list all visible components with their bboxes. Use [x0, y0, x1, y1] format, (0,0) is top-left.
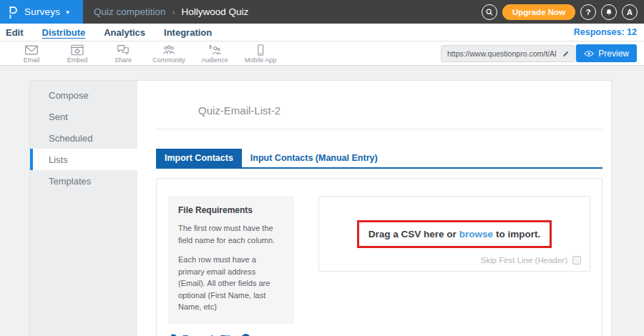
- sidebar-item-scheduled[interactable]: Scheduled: [30, 127, 137, 149]
- toolbar-item-mobile-app[interactable]: Mobile App: [238, 43, 283, 64]
- section-nav: Edit Distribute Analytics Integration Re…: [0, 24, 644, 41]
- community-icon: [162, 44, 176, 56]
- file-requirements-paragraph: Each row must have a primary email addre…: [178, 254, 284, 313]
- dropzone-text-after: to import.: [496, 229, 540, 239]
- toolbar-item-email[interactable]: Email: [9, 43, 54, 64]
- notifications-button[interactable]: [601, 4, 617, 20]
- app-header: Surveys ▾ Quiz competition › Hollywood Q…: [0, 0, 644, 24]
- toolbar-item-audience[interactable]: $ Audience: [192, 43, 238, 64]
- edit-url-button[interactable]: [557, 46, 575, 61]
- sidebar-item-lists[interactable]: Lists: [30, 149, 137, 170]
- toolbar-item-share[interactable]: Share: [100, 43, 146, 64]
- example-file-row: Example File ?: [168, 334, 294, 336]
- skip-first-line-checkbox[interactable]: [572, 256, 581, 265]
- responses-count[interactable]: Responses: 12: [574, 27, 637, 37]
- questionpro-logo-icon: [8, 5, 19, 19]
- file-icon: [170, 334, 178, 336]
- product-switcher[interactable]: Surveys ▾: [0, 0, 83, 24]
- lists-main-area: Quiz-Email-List-2 Import Contacts Input …: [137, 81, 611, 336]
- chevron-down-icon: ▾: [66, 9, 69, 16]
- pencil-icon: [562, 49, 570, 58]
- file-requirements-title: File Requirements: [178, 205, 284, 215]
- search-button[interactable]: [482, 4, 497, 20]
- file-requirements-paragraph: The first row must have the field name f…: [178, 222, 284, 246]
- search-icon: [485, 8, 494, 16]
- email-icon: [24, 44, 39, 56]
- sidebar-item-compose[interactable]: Compose: [30, 84, 137, 106]
- bell-icon: [605, 8, 613, 16]
- csv-dropzone[interactable]: Drag a CSV here or browse to import. Ski…: [318, 196, 590, 272]
- nav-item-integration[interactable]: Integration: [164, 27, 212, 38]
- title-divider: [156, 129, 602, 129]
- sidebar-item-templates[interactable]: Templates: [30, 170, 137, 192]
- dropzone-highlight: Drag a CSV here or browse to import.: [357, 220, 552, 248]
- sidebar-item-sent[interactable]: Sent: [30, 106, 137, 127]
- product-name: Surveys: [24, 6, 60, 17]
- nav-item-edit[interactable]: Edit: [6, 27, 24, 38]
- toolbar-item-community[interactable]: Community: [146, 43, 192, 64]
- chevron-right-icon: ›: [172, 7, 175, 17]
- eye-icon: [584, 50, 594, 57]
- browse-link[interactable]: browse: [459, 229, 493, 239]
- example-file-label: Example File: [182, 334, 235, 336]
- mobile-app-icon: [253, 44, 268, 56]
- nav-item-distribute[interactable]: Distribute: [42, 27, 86, 38]
- tab-input-contacts-manual[interactable]: Input Contacts (Manual Entry): [242, 149, 386, 167]
- share-icon: [116, 44, 130, 56]
- audience-icon: $: [208, 44, 222, 56]
- survey-url-field: [441, 45, 575, 62]
- embed-icon: [70, 44, 84, 56]
- breadcrumb-parent[interactable]: Quiz competition: [94, 6, 166, 17]
- skip-first-line-row: Skip First Line (Header): [481, 256, 581, 265]
- help-button[interactable]: ?: [580, 4, 596, 20]
- svg-text:$: $: [209, 44, 212, 50]
- survey-url-input[interactable]: [441, 49, 557, 58]
- file-requirements-box: File Requirements The first row must hav…: [168, 196, 294, 324]
- breadcrumb: Quiz competition › Hollywood Quiz: [83, 0, 248, 24]
- nav-item-analytics[interactable]: Analytics: [104, 27, 145, 38]
- page-title: Quiz-Email-List-2: [198, 104, 602, 117]
- distribute-toolbar: Email Embed Share Community $ Audience: [0, 41, 644, 66]
- avatar[interactable]: A: [622, 4, 638, 20]
- tab-import-contacts[interactable]: Import Contacts: [156, 149, 242, 167]
- content-card: Compose Sent Scheduled Lists Templates Q…: [29, 80, 612, 336]
- file-requirements-column: File Requirements The first row must hav…: [168, 196, 294, 336]
- preview-button[interactable]: Preview: [576, 44, 637, 62]
- breadcrumb-current: Hollywood Quiz: [182, 6, 249, 17]
- example-file-link[interactable]: Example File: [170, 334, 235, 336]
- skip-first-line-label: Skip First Line (Header): [481, 256, 567, 265]
- import-contacts-panel: File Requirements The first row must hav…: [156, 178, 602, 336]
- email-sidebar: Compose Sent Scheduled Lists Templates: [30, 81, 137, 336]
- toolbar-item-embed[interactable]: Embed: [54, 43, 100, 64]
- contacts-tabs: Import Contacts Input Contacts (Manual E…: [156, 149, 602, 169]
- dropzone-text-before: Drag a CSV here or: [369, 229, 457, 239]
- active-indicator: [30, 149, 33, 170]
- upgrade-now-button[interactable]: Upgrade Now: [502, 4, 575, 20]
- preview-label: Preview: [598, 49, 629, 59]
- header-actions: Upgrade Now ? A: [482, 0, 638, 24]
